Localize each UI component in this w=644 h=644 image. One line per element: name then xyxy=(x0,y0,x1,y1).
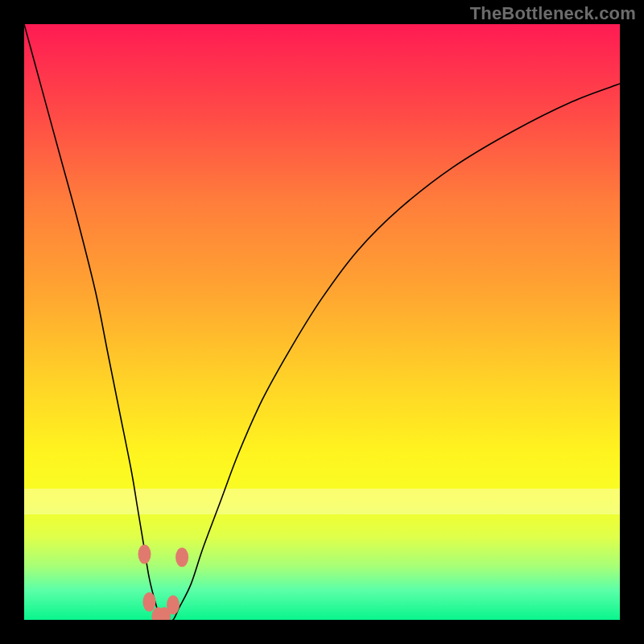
watermark-text: TheBottleneck.com xyxy=(470,3,636,24)
curve-markers xyxy=(138,545,188,620)
bottleneck-curve xyxy=(24,24,620,620)
curve-marker xyxy=(142,592,155,612)
curve-plot xyxy=(24,24,620,620)
curve-marker xyxy=(175,547,188,567)
curve-marker xyxy=(138,545,151,564)
curve-marker xyxy=(167,596,180,615)
